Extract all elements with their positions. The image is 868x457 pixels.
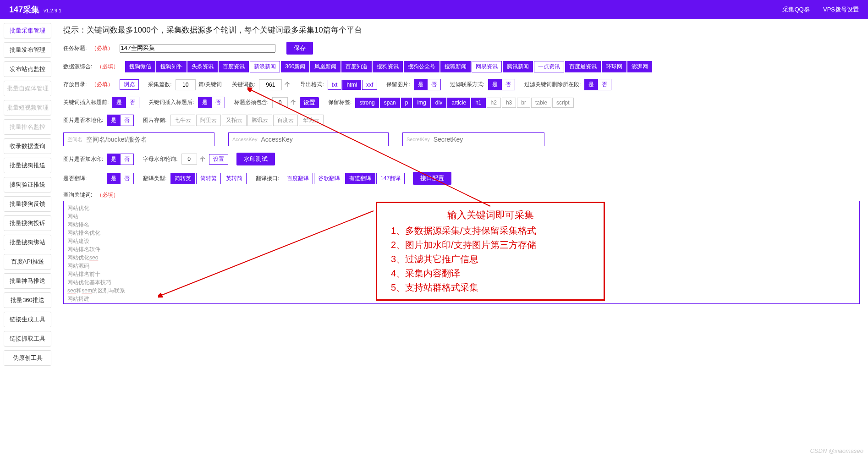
sidebar-item[interactable]: 批量搜狗推送	[4, 158, 51, 173]
row-sources: 数据源综合: （必填） 搜狗微信搜狗知乎头条资讯百度资讯新浪新闻360新闻凤凰新…	[63, 61, 860, 72]
option-tag[interactable]: 360新闻	[281, 61, 309, 72]
option-tag[interactable]: h2	[487, 98, 501, 108]
link-vps[interactable]: VPS拨号设置	[823, 6, 859, 13]
sidebar-item[interactable]: 批量发布管理	[4, 42, 51, 58]
sidebar-item[interactable]: 批量神马推送	[4, 273, 51, 289]
sidebar-item[interactable]: 链接抓取工具	[4, 331, 51, 347]
option-tag[interactable]: div	[431, 98, 446, 108]
sidebar-item[interactable]: 伪原创工具	[4, 350, 51, 366]
option-tag[interactable]: br	[517, 98, 530, 108]
option-tag[interactable]: 环球网	[602, 61, 626, 72]
sidebar-item[interactable]: 批量360推送	[4, 292, 51, 308]
sidebar-item[interactable]: 批量搜狗反馈	[4, 196, 51, 212]
wmrot-unit: 个	[200, 155, 205, 163]
wmrot-label: 字母水印轮询:	[143, 155, 177, 163]
wm-set-button[interactable]: 设置	[209, 154, 228, 165]
option-tag[interactable]: h1	[471, 98, 485, 108]
sidebar-item[interactable]: 百度API推送	[4, 254, 51, 270]
option-tag[interactable]: txt	[328, 80, 342, 90]
option-tag[interactable]: 简转英	[170, 173, 195, 184]
option-tag[interactable]: html	[342, 80, 361, 90]
sidebar-item[interactable]: 批量搜狗投诉	[4, 215, 51, 231]
option-tag[interactable]: 腾讯新闻	[503, 61, 533, 72]
option-tag[interactable]: 头条资讯	[187, 61, 218, 72]
before-toggle[interactable]: 是否	[112, 97, 139, 108]
sidebar-item[interactable]: 批量搜狗绑站	[4, 235, 51, 250]
sidebar-item[interactable]: 发布站点监控	[4, 61, 51, 77]
option-tag[interactable]: 英转简	[222, 173, 247, 184]
count-input[interactable]	[176, 79, 196, 90]
browse-button[interactable]: 浏览	[120, 79, 139, 90]
sidebar-item[interactable]: 批量采集管理	[4, 23, 51, 39]
option-tag[interactable]: img	[413, 98, 430, 108]
save-button[interactable]: 保存	[286, 42, 313, 55]
link-qq[interactable]: 采集QQ群	[782, 6, 809, 13]
option-tag[interactable]: 百度最资讯	[565, 61, 601, 72]
option-tag[interactable]: 有道翻译	[345, 173, 375, 184]
after-toggle[interactable]: 是否	[198, 97, 225, 108]
option-tag[interactable]: 搜狗知乎	[156, 61, 187, 72]
sidebar-item[interactable]: 搜狗验证推送	[4, 177, 51, 193]
option-tag[interactable]: 百度翻译	[283, 173, 313, 184]
option-tag[interactable]: xxf	[362, 80, 377, 90]
api-config-button[interactable]: 接口配置	[413, 172, 451, 185]
option-tag[interactable]: 华为云	[299, 115, 324, 126]
space-field[interactable]: 空间名	[63, 132, 214, 146]
contact-label: 过滤联系方式:	[450, 81, 484, 88]
must-unit: 个	[291, 99, 296, 106]
trans-toggle[interactable]: 是否	[107, 173, 134, 184]
option-tag[interactable]: 阿里云	[196, 115, 221, 126]
option-tag[interactable]: 搜狗公众号	[404, 61, 439, 72]
store-label: 存放目录:	[63, 81, 87, 88]
option-tag[interactable]: 百度资讯	[219, 61, 249, 72]
option-tag[interactable]: 七牛云	[170, 115, 195, 126]
option-tag[interactable]: script	[552, 98, 574, 108]
option-tag[interactable]: table	[531, 98, 551, 108]
option-tag[interactable]: 又拍云	[222, 115, 247, 126]
option-tag[interactable]: 简转繁	[196, 173, 221, 184]
option-tag[interactable]: 百度知道	[341, 61, 372, 72]
option-tag[interactable]: 147翻译	[376, 173, 405, 184]
option-tag[interactable]: 网易资讯	[472, 61, 502, 72]
option-tag[interactable]: 澎湃网	[627, 61, 652, 72]
kwcount-input[interactable]	[259, 79, 282, 90]
option-tag[interactable]: strong	[355, 98, 379, 108]
option-tag[interactable]: 百度云	[273, 115, 298, 126]
row-kwlabel: 查询关键词: （必填）	[63, 191, 860, 199]
imglocal-toggle[interactable]: 是否	[107, 115, 134, 126]
sidebar-item[interactable]: 链接生成工具	[4, 312, 51, 327]
option-tag[interactable]: p	[401, 98, 412, 108]
option-tag[interactable]: h3	[502, 98, 516, 108]
keepimg-label: 保留图片:	[386, 81, 410, 88]
option-tag[interactable]: 搜狐新闻	[440, 61, 471, 72]
sidebar-item[interactable]: 收录数据查询	[4, 138, 51, 154]
imglocal-label: 图片是否本地化:	[63, 116, 103, 124]
app-version: v1.2.9.1	[44, 8, 61, 13]
secretkey-field[interactable]: SecretKey	[402, 132, 544, 146]
sidebar-item[interactable]: 批量短视频管理	[4, 100, 51, 116]
option-tag[interactable]: span	[380, 98, 400, 108]
contact-toggle[interactable]: 是否	[488, 79, 515, 90]
must-set-button[interactable]: 设置	[300, 97, 319, 108]
sidebar-item[interactable]: 批量自媒体管理	[4, 81, 51, 96]
row-task: 任务标题: （必填） 保存	[63, 42, 860, 55]
keyword-textarea[interactable]: 网站优化网站网站排名网站排名优化网站建设网站排名软件网站优化seo网站源码网站排…	[63, 201, 860, 304]
wm-test-button[interactable]: 水印测试	[236, 153, 275, 165]
task-title-input[interactable]	[120, 44, 275, 53]
wm-toggle[interactable]: 是否	[107, 154, 134, 165]
option-tag[interactable]: 搜狗资讯	[373, 61, 403, 72]
option-tag[interactable]: 新浪新闻	[250, 61, 280, 72]
option-tag[interactable]: 搜狗微信	[125, 61, 155, 72]
option-tag[interactable]: 谷歌翻译	[314, 173, 344, 184]
sidebar-item[interactable]: 批量排名监控	[4, 119, 51, 135]
option-tag[interactable]: article	[447, 98, 470, 108]
keepimg-toggle[interactable]: 是否	[414, 79, 441, 90]
option-tag[interactable]: 腾讯云	[247, 115, 272, 126]
option-tag[interactable]: 凤凰新闻	[310, 61, 341, 72]
accesskey-field[interactable]: AccessKey	[228, 132, 389, 146]
wmrot-input[interactable]	[181, 154, 197, 165]
option-tag[interactable]: 一点资讯	[534, 61, 564, 72]
filterkw-toggle[interactable]: 是否	[584, 79, 611, 90]
transapi-label: 翻译接口:	[256, 175, 279, 182]
must-input[interactable]	[272, 97, 288, 108]
